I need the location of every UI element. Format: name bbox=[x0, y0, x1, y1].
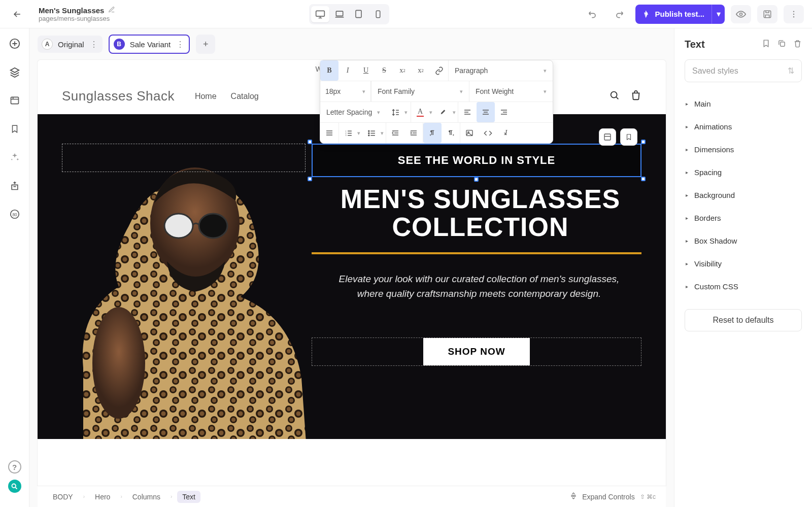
subscript-button[interactable]: x2 bbox=[412, 60, 430, 81]
crumb-hero[interactable]: Hero bbox=[90, 491, 115, 503]
search-global-button[interactable] bbox=[8, 480, 21, 493]
device-desktop-button[interactable] bbox=[311, 6, 329, 22]
svg-text:80: 80 bbox=[12, 213, 17, 217]
section-borders[interactable]: ▸Borders bbox=[685, 207, 802, 229]
pin-layout-button[interactable] bbox=[599, 128, 616, 146]
cta-container[interactable]: SHOP NOW bbox=[312, 337, 641, 366]
rtl-button[interactable] bbox=[442, 123, 460, 143]
crumb-text[interactable]: Text bbox=[177, 491, 200, 503]
nav-home[interactable]: Home bbox=[195, 92, 217, 101]
shop-now-button[interactable]: SHOP NOW bbox=[423, 338, 529, 365]
add-variant-button[interactable]: + bbox=[196, 35, 215, 54]
hero-section[interactable]: SEE THE WORLD IN STYLE MEN'S SUNGLASSES … bbox=[38, 114, 666, 439]
device-laptop-button[interactable] bbox=[330, 6, 349, 22]
variant-menu-button[interactable]: ⋮ bbox=[176, 40, 185, 49]
variant-label: Original bbox=[58, 40, 84, 49]
section-dimensions[interactable]: ▸Dimensions bbox=[685, 138, 802, 161]
copy-icon[interactable] bbox=[777, 39, 786, 50]
undo-button[interactable] bbox=[583, 5, 603, 23]
delete-icon[interactable] bbox=[793, 39, 802, 50]
svg-point-24 bbox=[199, 214, 227, 238]
hero-description[interactable]: Elevate your look with our curated colle… bbox=[327, 272, 631, 301]
svg-rect-2 bbox=[356, 10, 361, 17]
align-center-button[interactable] bbox=[477, 102, 495, 122]
section-visibility[interactable]: ▸Visibility bbox=[685, 252, 802, 275]
more-button[interactable] bbox=[784, 5, 804, 23]
help-button[interactable]: ? bbox=[8, 460, 21, 474]
indent-button[interactable] bbox=[404, 123, 423, 143]
hero-divider[interactable] bbox=[312, 252, 641, 254]
align-justify-button[interactable] bbox=[320, 123, 339, 143]
ai-button[interactable] bbox=[8, 150, 22, 164]
variant-menu-button[interactable]: ⋮ bbox=[89, 40, 98, 49]
ltr-button[interactable] bbox=[423, 123, 442, 143]
section-animations[interactable]: ▸Animations bbox=[685, 115, 802, 138]
device-mobile-button[interactable] bbox=[369, 6, 387, 22]
preview-button[interactable] bbox=[731, 5, 751, 23]
font-family-select[interactable]: Font Family▾ bbox=[371, 81, 469, 102]
bookmarks-button[interactable] bbox=[8, 122, 22, 136]
italic-button[interactable]: I bbox=[339, 60, 357, 81]
components-button[interactable] bbox=[8, 179, 22, 193]
font-weight-select[interactable]: Font Weight▾ bbox=[469, 81, 553, 102]
strikethrough-button[interactable]: S bbox=[375, 60, 393, 81]
save-button[interactable] bbox=[757, 5, 777, 23]
section-custom-css[interactable]: ▸Custom CSS bbox=[685, 275, 802, 298]
site-logo[interactable]: Sunglasses Shack bbox=[62, 88, 175, 104]
hero-tagline[interactable]: SEE THE WORLD IN STYLE bbox=[313, 154, 640, 167]
add-element-button[interactable] bbox=[8, 37, 22, 51]
canvas[interactable]: Welcome to our store Sunglasses Shack Ho… bbox=[38, 60, 666, 486]
reset-button[interactable]: Reset to defaults bbox=[685, 309, 802, 331]
crumb-body[interactable]: BODY bbox=[48, 491, 78, 503]
section-main[interactable]: ▸Main bbox=[685, 92, 802, 115]
bold-button[interactable]: B bbox=[320, 60, 339, 81]
superscript-button[interactable]: x2 bbox=[393, 60, 412, 81]
highlight-button[interactable] bbox=[434, 102, 453, 122]
pages-button[interactable] bbox=[8, 93, 22, 108]
properties-panel: Text Saved styles ⇅ ▸Main ▸Animations ▸D… bbox=[674, 28, 812, 507]
nav-catalog[interactable]: Catalog bbox=[231, 92, 259, 101]
empty-column-placeholder[interactable] bbox=[62, 144, 306, 172]
variant-original-tab[interactable]: A Original ⋮ bbox=[38, 36, 103, 53]
font-size-input[interactable]: 18px▾ bbox=[320, 81, 371, 102]
clear-format-button[interactable]: I✕ bbox=[497, 123, 515, 143]
insert-image-button[interactable] bbox=[460, 123, 479, 143]
breadcrumb-bar: BODY › Hero › Columns › Text Expand Cont… bbox=[38, 486, 666, 507]
back-button[interactable] bbox=[8, 5, 26, 23]
hero-title[interactable]: MEN'S SUNGLASSES COLLECTION bbox=[319, 185, 641, 241]
saved-styles-select[interactable]: Saved styles ⇅ bbox=[685, 59, 802, 82]
search-icon[interactable] bbox=[609, 90, 620, 103]
paragraph-style-select[interactable]: Paragraph▾ bbox=[448, 60, 553, 81]
crumb-columns[interactable]: Columns bbox=[127, 491, 165, 503]
layers-button[interactable] bbox=[8, 65, 22, 79]
outdent-button[interactable] bbox=[386, 123, 404, 143]
pin-bookmark-button[interactable] bbox=[620, 128, 637, 146]
code-button[interactable] bbox=[479, 123, 497, 143]
align-right-button[interactable] bbox=[495, 102, 513, 122]
letter-spacing-select[interactable]: Letter Spacing▾ bbox=[320, 102, 386, 122]
bookmark-icon[interactable] bbox=[762, 39, 770, 50]
unordered-list-button[interactable] bbox=[362, 123, 381, 143]
device-tablet-button[interactable] bbox=[350, 6, 368, 22]
text-color-button[interactable]: A bbox=[411, 102, 429, 122]
variant-sale-tab[interactable]: B Sale Variant ⋮ bbox=[109, 35, 190, 54]
link-button[interactable] bbox=[430, 60, 448, 81]
publish-button[interactable]: Publish test... bbox=[635, 5, 712, 24]
history-button[interactable]: 80 bbox=[8, 207, 22, 221]
section-spacing[interactable]: ▸Spacing bbox=[685, 161, 802, 184]
ordered-list-button[interactable]: 123 bbox=[339, 123, 357, 143]
align-left-button[interactable] bbox=[458, 102, 477, 122]
expand-controls-icon[interactable] bbox=[570, 492, 577, 501]
section-box-shadow[interactable]: ▸Box Shadow bbox=[685, 229, 802, 252]
edit-title-icon[interactable] bbox=[108, 6, 115, 15]
variant-badge-b: B bbox=[114, 39, 125, 50]
underline-button[interactable]: U bbox=[357, 60, 375, 81]
section-background[interactable]: ▸Background bbox=[685, 184, 802, 207]
publish-menu-button[interactable]: ▾ bbox=[712, 5, 725, 24]
selected-text-element[interactable]: SEE THE WORLD IN STYLE bbox=[312, 144, 641, 177]
variant-label: Sale Variant bbox=[130, 40, 171, 49]
cart-icon[interactable] bbox=[630, 90, 641, 103]
redo-button[interactable] bbox=[609, 5, 629, 23]
expand-controls-button[interactable]: Expand Controls bbox=[582, 493, 635, 501]
line-height-button[interactable] bbox=[386, 102, 404, 122]
